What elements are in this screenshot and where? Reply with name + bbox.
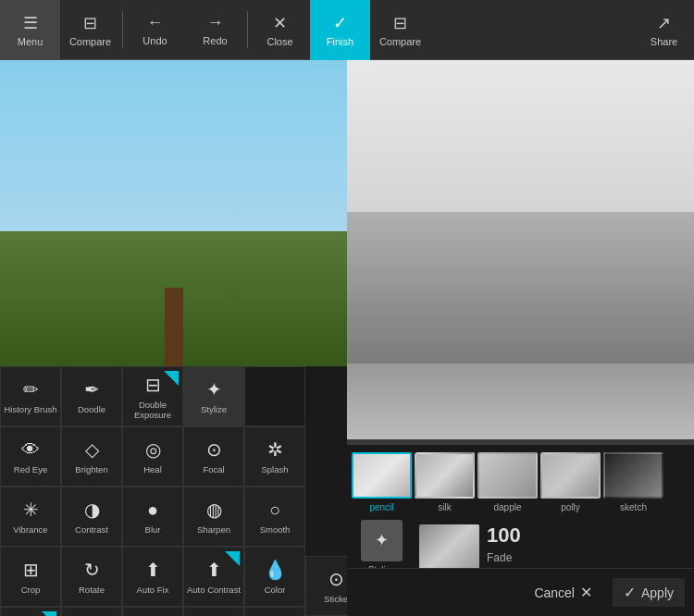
compare-icon-left: ⊟ bbox=[83, 13, 97, 33]
share-icon: ↗ bbox=[657, 13, 671, 33]
focal-icon: ⊙ bbox=[206, 438, 222, 461]
sharpen-label: Sharpen bbox=[197, 524, 230, 535]
redo-label: Redo bbox=[203, 35, 227, 46]
tool-contrast[interactable]: ◑ Contrast bbox=[61, 487, 122, 547]
double-exposure-label: Double Exposure bbox=[123, 400, 182, 420]
apply-button[interactable]: ✓ Apply bbox=[613, 578, 685, 607]
auto-contrast-icon: ⬆ bbox=[206, 559, 222, 581]
contrast-label: Contrast bbox=[75, 524, 108, 535]
menu-label: Menu bbox=[18, 36, 43, 47]
tool-focal[interactable]: ⊙ Focal bbox=[183, 426, 244, 487]
cancel-x-icon: ✕ bbox=[580, 584, 592, 601]
undo-icon: ← bbox=[147, 13, 164, 32]
filter-polly-label: polly bbox=[561, 502, 580, 512]
filter-polly-thumb bbox=[540, 452, 601, 499]
doodle-icon: ✒ bbox=[84, 378, 100, 400]
heal-label: Heal bbox=[143, 464, 162, 474]
sticker-label: Sticke bbox=[324, 594, 348, 604]
compare-label-left: Compare bbox=[69, 36, 111, 47]
tool-overlay[interactable]: ⊕ Overlay bbox=[122, 607, 183, 616]
tool-color[interactable]: 💧 Color bbox=[244, 547, 305, 607]
action-bar: Cancel ✕ ✓ Apply bbox=[347, 568, 694, 616]
stylize-icon: ✦ bbox=[206, 378, 222, 400]
finish-button[interactable]: ✓ Finish bbox=[310, 0, 370, 60]
compare-icon-right: ⊟ bbox=[393, 13, 407, 33]
fade-value: 100 bbox=[487, 524, 689, 548]
finish-label: Finish bbox=[327, 36, 353, 47]
cancel-label: Cancel bbox=[534, 585, 575, 600]
tool-effect[interactable]: ▶ Effect bbox=[61, 607, 122, 616]
smooth-icon: ○ bbox=[269, 499, 280, 521]
tool-heal[interactable]: ◎ Heal bbox=[122, 426, 183, 487]
brighten-label: Brighten bbox=[75, 464, 107, 474]
focal-label: Focal bbox=[203, 464, 224, 474]
photo-filtered bbox=[347, 60, 694, 439]
splash-icon: ✲ bbox=[267, 438, 283, 461]
filter-dapple-thumb bbox=[477, 452, 538, 499]
tool-type[interactable]: ●● Type bbox=[244, 607, 305, 616]
tool-splash[interactable]: ✲ Splash bbox=[244, 426, 305, 487]
tool-auto-contrast[interactable]: ⬆ Auto Contrast bbox=[183, 547, 244, 607]
toolbar-sep-1 bbox=[122, 11, 123, 48]
filter-silk-label: silk bbox=[438, 502, 451, 512]
tool-stylize[interactable]: ✦ Stylize bbox=[183, 366, 244, 426]
color-icon: 💧 bbox=[264, 559, 287, 581]
history-brush-icon: ✏ bbox=[23, 378, 39, 400]
tool-rotate[interactable]: ↻ Rotate bbox=[61, 547, 122, 607]
auto-fix-icon: ⬆ bbox=[145, 559, 161, 581]
color-label: Color bbox=[265, 585, 286, 595]
doodle-label: Doodle bbox=[78, 404, 105, 414]
blur-icon: ● bbox=[147, 499, 158, 521]
tool-double-exposure[interactable]: ⊟ Double Exposure bbox=[122, 366, 183, 426]
filter-silk[interactable]: silk bbox=[415, 452, 475, 512]
tool-brighten[interactable]: ◇ Brighten bbox=[61, 426, 122, 487]
tool-borders[interactable]: ⊡ Borders bbox=[183, 607, 244, 616]
tool-history-brush[interactable]: ✏ History Brush bbox=[0, 366, 61, 426]
close-icon: ✕ bbox=[273, 13, 287, 33]
filter-pencil-thumb bbox=[352, 452, 412, 499]
brighten-icon: ◇ bbox=[85, 438, 99, 461]
tool-crop[interactable]: ⊞ Crop bbox=[0, 547, 61, 607]
compare-label-right: Compare bbox=[379, 36, 421, 47]
filter-sketch[interactable]: sketch bbox=[603, 452, 663, 512]
pencil-preview-thumb bbox=[419, 524, 479, 571]
tool-blur[interactable]: ● Blur bbox=[122, 487, 183, 547]
splash-label: Splash bbox=[261, 464, 288, 474]
menu-icon: ☰ bbox=[23, 13, 38, 33]
filter-sketch-label: sketch bbox=[620, 502, 647, 512]
filter-pencil-label: pencil bbox=[369, 502, 393, 512]
menu-button[interactable]: ☰ Menu bbox=[0, 0, 60, 60]
main-toolbar: ☰ Menu ⊟ Compare ← Undo → Redo ✕ Close ✓… bbox=[0, 0, 694, 60]
stylize-label: Stylize bbox=[201, 404, 227, 414]
auto-contrast-label: Auto Contrast bbox=[187, 585, 241, 595]
tool-vibrance[interactable]: ✳ Vibrance bbox=[0, 487, 61, 547]
sticker-icon: ⊙ bbox=[328, 568, 344, 590]
tool-red-eye[interactable]: 👁 Red Eye bbox=[0, 426, 61, 487]
adjustment-badge bbox=[42, 611, 56, 616]
redo-button[interactable]: → Redo bbox=[185, 0, 245, 60]
tool-auto-fix[interactable]: ⬆ Auto Fix bbox=[122, 547, 183, 607]
double-exposure-badge bbox=[164, 371, 179, 386]
finish-icon: ✓ bbox=[333, 13, 347, 33]
contrast-icon: ◑ bbox=[84, 499, 100, 521]
filter-dapple-label: dapple bbox=[493, 502, 521, 512]
share-button[interactable]: ↗ Share bbox=[634, 0, 694, 60]
cancel-button[interactable]: Cancel ✕ bbox=[523, 578, 603, 607]
sharpen-icon: ◍ bbox=[206, 499, 222, 521]
tool-adjustment[interactable]: ☀ Adjustment bbox=[0, 607, 61, 616]
filter-sketch-thumb bbox=[603, 452, 663, 499]
filter-polly[interactable]: polly bbox=[540, 452, 601, 512]
tool-doodle[interactable]: ✒ Doodle bbox=[61, 366, 122, 426]
rotate-icon: ↻ bbox=[84, 559, 100, 581]
filter-pencil[interactable]: pencil bbox=[352, 452, 412, 512]
auto-contrast-badge bbox=[225, 551, 240, 566]
close-button[interactable]: ✕ Close bbox=[250, 0, 310, 60]
tool-sharpen[interactable]: ◍ Sharpen bbox=[183, 487, 244, 547]
compare-button-left[interactable]: ⊟ Compare bbox=[60, 0, 120, 60]
vibrance-icon: ✳ bbox=[23, 499, 39, 521]
tool-smooth[interactable]: ○ Smooth bbox=[244, 487, 305, 547]
vibrance-label: Vibrance bbox=[13, 524, 47, 535]
compare-button-right[interactable]: ⊟ Compare bbox=[370, 0, 430, 60]
filter-dapple[interactable]: dapple bbox=[477, 452, 538, 512]
undo-button[interactable]: ← Undo bbox=[125, 0, 185, 60]
